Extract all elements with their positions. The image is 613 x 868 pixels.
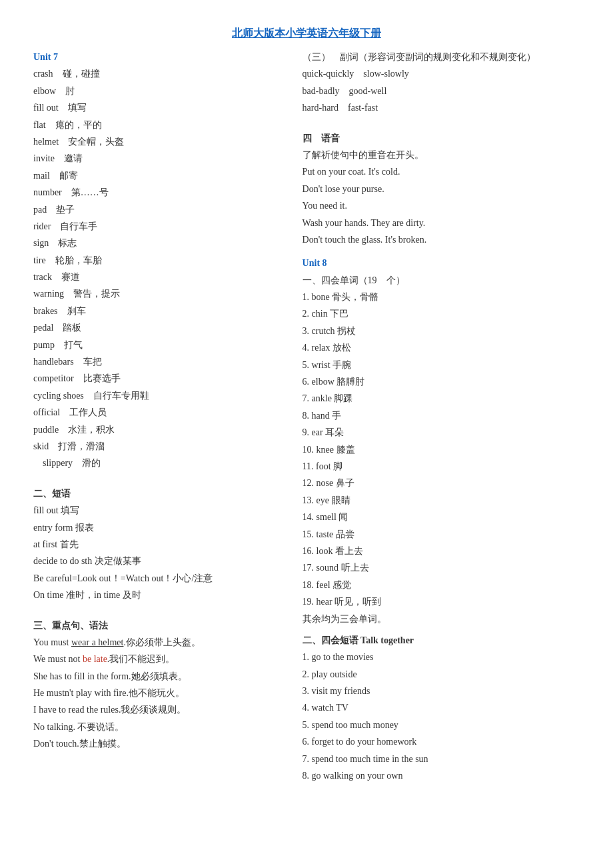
sentence-item: Don't touch.禁止触摸。 [33, 737, 283, 751]
vocab-item: pedal 踏板 [33, 321, 283, 335]
section4-title: 四 语音 [303, 131, 580, 146]
unit8-phrase-item: 2. play outside [303, 667, 580, 682]
sentence-item: He mustn't play with fire.他不能玩火。 [33, 686, 283, 701]
phonetic-example-item: Don't touch the glass. It's broken. [303, 233, 580, 247]
vocab-item: handlebars 车把 [33, 355, 283, 369]
unit8-phrase-item: 8. go walking on your own [303, 769, 580, 783]
unit8-phrase-item: 1. go to the movies [303, 650, 580, 665]
unit8-phrase-item: 5. spend too much money [303, 718, 580, 733]
adverb-item: hard-hard fast-fast [303, 101, 580, 115]
section3-title: 三、重点句、语法 [33, 619, 283, 633]
vocab-item: competitor 比赛选手 [33, 371, 283, 386]
adverb-item: bad-badly good-well [303, 84, 580, 99]
unit8-phrase-item: 6. forget to do your homework [303, 735, 580, 749]
phrase-item: fill out 填写 [33, 503, 283, 518]
unit8-vocab-item: 15. taste 品尝 [303, 527, 580, 542]
vocab-list: crash 碰，碰撞elbow 肘fill out 填写flat 瘪的，平的he… [33, 67, 283, 471]
phonetic-example-item: Put on your coat. It's cold. [303, 165, 580, 179]
vocab-item: fill out 填写 [33, 101, 283, 115]
unit8-vocab-item: 13. eye 眼睛 [303, 493, 580, 508]
vocab-item: helmet 安全帽，头盔 [33, 135, 283, 149]
unit8-vocab-item: 9. ear 耳朵 [303, 425, 580, 440]
vocab-item: invite 邀请 [33, 151, 283, 166]
phonetic-example-item: Wash your hands. They are dirty. [303, 216, 580, 231]
vocab-item: pump 打气 [33, 338, 283, 353]
unit8-vocab-item: 7. ankle 脚踝 [303, 391, 580, 406]
unit8-vocab-item: 16. look 看上去 [303, 544, 580, 559]
unit8-vocab-item: 12. nose 鼻子 [303, 476, 580, 491]
phrase-item: entry form 报表 [33, 521, 283, 535]
unit8-vocab-item: 5. wrist 手腕 [303, 358, 580, 373]
vocab-item: rider 自行车手 [33, 219, 283, 234]
unit8-vocab-item: 8. hand 手 [303, 409, 580, 423]
page-title: 北师大版本小学英语六年级下册 [33, 27, 580, 41]
phrase-item: On time 准时，in time 及时 [33, 588, 283, 603]
unit8-vocab-item: 1. bone 骨头，骨骼 [303, 290, 580, 305]
vocab-item: warning 警告，提示 [33, 287, 283, 301]
unit8-vocab-list: 1. bone 骨头，骨骼2. chin 下巴3. crutch 拐杖4. re… [303, 290, 580, 609]
unit8-vocab-item: 6. elbow 胳膊肘 [303, 375, 580, 389]
phrase-item: at first 首先 [33, 537, 283, 552]
phonetic-examples: Put on your coat. It's cold.Don't lose y… [303, 165, 580, 247]
vocab-item: crash 碰，碰撞 [33, 67, 283, 81]
unit8-section2: 二、四会短语 Talk together [303, 633, 580, 648]
adverb-section-title: （三） 副词（形容词变副词的规则变化和不规则变化） [303, 50, 580, 65]
sentence-item: No talking. 不要说话。 [33, 720, 283, 735]
sentence-item: She has to fill in the form.她必须填表。 [33, 669, 283, 684]
unit8-vocab-item: 2. chin 下巴 [303, 307, 580, 321]
vocab-item: pad 垫子 [33, 203, 283, 217]
vocab-item: official 工作人员 [33, 405, 283, 420]
phonetic-note: 了解祈使句中的重音在开头。 [303, 148, 580, 163]
sentence-item: We must not be late.我们不能迟到。 [33, 652, 283, 667]
section2-title: 二、短语 [33, 487, 283, 501]
sentences-list: You must wear a helmet.你必须带上头盔。We must n… [33, 635, 283, 752]
unit8-phrase-item: 4. watch TV [303, 701, 580, 715]
unit8-vocab-item: 17. sound 听上去 [303, 561, 580, 575]
unit8-section1: 一、四会单词（19 个） [303, 273, 580, 288]
vocab-item: tire 轮胎，车胎 [33, 253, 283, 268]
unit8-vocab-item: 10. knee 膝盖 [303, 443, 580, 457]
phrase-item: decide to do sth 决定做某事 [33, 554, 283, 569]
adverb-item: quick-quickly slow-slowly [303, 67, 580, 81]
sentence-item: You must wear a helmet.你必须带上头盔。 [33, 635, 283, 650]
vocab-item: puddle 水洼，积水 [33, 423, 283, 437]
unit8-vocab-item: 19. hear 听见，听到 [303, 595, 580, 609]
unit8-phrases-list: 1. go to the movies2. play outside3. vis… [303, 650, 580, 783]
unit8-phrase-item: 3. visit my friends [303, 684, 580, 699]
unit8-vocab-item: 18. feel 感觉 [303, 578, 580, 593]
right-column: （三） 副词（形容词变副词的规则变化和不规则变化） quick-quickly … [296, 50, 580, 785]
unit7-title: Unit 7 [33, 50, 283, 65]
unit8-vocab-item: 3. crutch 拐杖 [303, 324, 580, 339]
vocab-item: number 第……号 [33, 185, 283, 200]
unit8-title: Unit 8 [303, 256, 580, 271]
vocab-item: flat 瘪的，平的 [33, 118, 283, 133]
adverb-list: quick-quickly slow-slowlybad-badly good-… [303, 67, 580, 115]
left-column: Unit 7 crash 碰，碰撞elbow 肘fill out 填写flat … [33, 50, 296, 785]
vocab-item: cycling shoes 自行车专用鞋 [33, 389, 283, 403]
unit8-phrase-item: 7. spend too much time in the sun [303, 752, 580, 767]
vocab-item: mail 邮寄 [33, 169, 283, 183]
sentence-item: I have to read the rules.我必须谈规则。 [33, 703, 283, 717]
vocab-item: brakes 刹车 [33, 304, 283, 319]
vocab-item: elbow 肘 [33, 84, 283, 99]
vocab-item: sign 标志 [33, 236, 283, 251]
unit8-note: 其余均为三会单词。 [303, 612, 580, 627]
phonetic-example-item: You need it. [303, 199, 580, 213]
phonetic-example-item: Don't lose your purse. [303, 182, 580, 197]
vocab-item: track 赛道 [33, 270, 283, 285]
phrases-list: fill out 填写entry form 报表at first 首先decid… [33, 503, 283, 603]
unit8-vocab-item: 4. relax 放松 [303, 341, 580, 355]
phrase-item: Be careful=Look out！=Watch out！小心/注意 [33, 571, 283, 586]
unit8-vocab-item: 11. foot 脚 [303, 459, 580, 474]
vocab-item: skid 打滑，滑溜 [33, 439, 283, 454]
unit8-vocab-item: 14. smell 闻 [303, 510, 580, 525]
vocab-item: slippery 滑的 [33, 456, 283, 471]
